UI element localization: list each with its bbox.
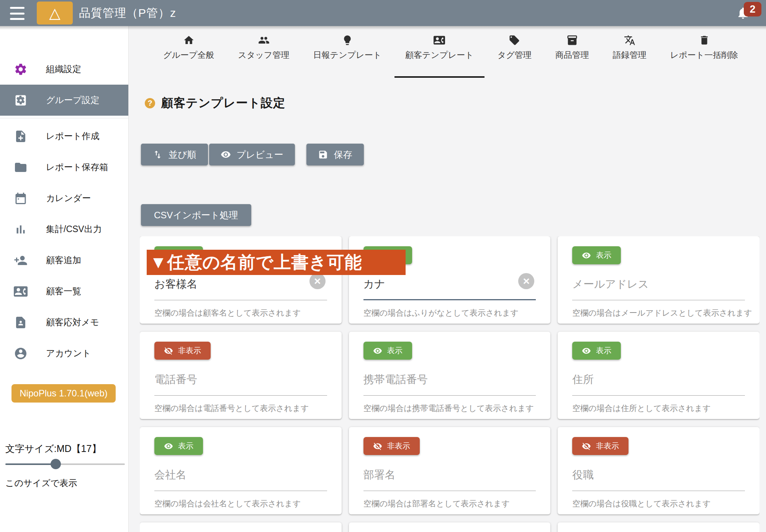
tab-label: 語録管理 bbox=[613, 49, 647, 61]
sidebar-item-label: グループ設定 bbox=[46, 94, 100, 106]
toolbar-button-2[interactable]: 保存 bbox=[306, 144, 364, 165]
visibility-toggle-button[interactable]: 表示 bbox=[572, 342, 621, 360]
contacts-icon bbox=[14, 285, 28, 298]
field-name-input[interactable]: 役職 bbox=[572, 468, 717, 482]
field-helper-text: 空欄の場合はメールアドレスとして表示されます bbox=[572, 308, 752, 318]
visibility-label: 表示 bbox=[596, 250, 611, 260]
sidebar-item-6[interactable]: 顧客追加 bbox=[0, 245, 128, 276]
calendar-icon bbox=[14, 192, 28, 205]
tab-6[interactable]: 語録管理 bbox=[602, 26, 657, 78]
field-helper-text: 空欄の場合は部署名として表示されます bbox=[363, 498, 543, 509]
app-root: △ 品質管理（P管）z 2 組織設定グループ設定レポート作成レポート保存箱カレン… bbox=[0, 0, 766, 532]
clear-icon[interactable]: × bbox=[518, 273, 534, 289]
customer-field-card-7: 非表示部署名空欄の場合は部署名として表示されます bbox=[349, 427, 551, 514]
sidebar-item-7[interactable]: 顧客一覧 bbox=[0, 276, 128, 307]
field-helper-text: 空欄の場合は会社名として表示されます bbox=[154, 498, 334, 509]
sidebar-item-label: 組織設定 bbox=[46, 63, 81, 75]
settings-tab-bar: グループ全般スタッフ管理日報テンプレート顧客テンプレートタグ管理商品管理語録管理… bbox=[129, 26, 766, 78]
input-underline bbox=[363, 395, 536, 396]
save-icon bbox=[318, 149, 328, 160]
sidebar-item-5[interactable]: 集計/CSV出力 bbox=[0, 214, 128, 245]
customer-field-card-8: 非表示役職空欄の場合は役職として表示されます bbox=[558, 427, 759, 514]
tab-label: 顧客テンプレート bbox=[405, 49, 474, 61]
tab-label: グループ全般 bbox=[163, 49, 214, 61]
field-name-input[interactable]: 電話番号 bbox=[154, 372, 300, 387]
visibility-toggle-button[interactable]: 非表示 bbox=[572, 437, 629, 455]
app-header: △ 品質管理（P管）z 2 bbox=[0, 0, 766, 26]
visibility-toggle-button[interactable]: 表示 bbox=[363, 342, 412, 360]
slider-thumb[interactable] bbox=[51, 459, 61, 469]
sidebar-item-9[interactable]: アカウント bbox=[0, 338, 128, 369]
visibility-toggle-button[interactable]: 表示 bbox=[572, 246, 621, 264]
tab-label: タグ管理 bbox=[498, 49, 532, 61]
tab-2[interactable]: 日報テンプレート bbox=[303, 26, 393, 78]
toolbar-button-0[interactable]: 並び順 bbox=[141, 144, 208, 165]
tag-icon bbox=[509, 34, 520, 46]
overwrite-note-banner: ▼任意の名前で上書き可能 bbox=[147, 250, 406, 275]
visibility-toggle-button[interactable]: 表示 bbox=[154, 437, 203, 455]
font-size-note: このサイズで表示 bbox=[5, 477, 77, 489]
memo-icon bbox=[14, 316, 28, 329]
tab-label: スタッフ管理 bbox=[238, 49, 290, 61]
input-underline bbox=[572, 491, 745, 491]
sidebar-item-3[interactable]: レポート保存箱 bbox=[0, 152, 128, 183]
sidebar-item-label: カレンダー bbox=[46, 192, 91, 204]
sidebar-item-4[interactable]: カレンダー bbox=[0, 183, 128, 214]
sidebar-item-label: アカウント bbox=[46, 347, 91, 359]
page-title: 顧客テンプレート設定 bbox=[161, 95, 285, 111]
sidebar-item-2[interactable]: レポート作成 bbox=[0, 121, 128, 152]
memo-icon bbox=[14, 316, 28, 329]
input-underline bbox=[572, 395, 745, 396]
tab-0[interactable]: グループ全般 bbox=[152, 26, 225, 78]
field-name-input[interactable]: 携帯電話番号 bbox=[363, 372, 509, 387]
field-name-input[interactable]: 部署名 bbox=[363, 468, 509, 482]
calendar-icon bbox=[14, 192, 28, 205]
visibility-toggle-button[interactable]: 非表示 bbox=[363, 437, 420, 455]
notification-count-badge: 2 bbox=[744, 2, 761, 16]
app-title: 品質管理（P管）z bbox=[79, 0, 176, 26]
section-header: ? 顧客テンプレート設定 bbox=[145, 95, 285, 111]
font-size-slider[interactable] bbox=[5, 459, 125, 469]
clear-icon[interactable]: × bbox=[309, 273, 326, 289]
visibility-label: 非表示 bbox=[387, 441, 410, 451]
field-name-input[interactable]: メールアドレス bbox=[572, 277, 717, 291]
field-name-input[interactable]: 住所 bbox=[572, 372, 717, 387]
account-icon bbox=[14, 347, 28, 360]
eye-icon bbox=[582, 251, 591, 260]
sidebar-item-8[interactable]: 顧客応対メモ bbox=[0, 307, 128, 338]
input-underline bbox=[363, 491, 536, 491]
swap-vert-icon bbox=[152, 149, 163, 160]
csv-import-button[interactable]: CSVインポート処理 bbox=[141, 204, 251, 226]
help-icon[interactable]: ? bbox=[145, 98, 155, 108]
sidebar-item-label: レポート保存箱 bbox=[46, 161, 108, 173]
eye-icon bbox=[582, 346, 591, 355]
visibility-toggle-button[interactable]: 非表示 bbox=[154, 342, 211, 360]
tab-label: 商品管理 bbox=[555, 49, 589, 61]
sidebar-divider bbox=[0, 118, 128, 118]
sidebar-item-0[interactable]: 組織設定 bbox=[0, 54, 128, 85]
tab-7[interactable]: レポート一括削除 bbox=[660, 26, 749, 78]
field-helper-text: 空欄の場合は電話番号として表示されます bbox=[154, 403, 334, 414]
field-name-input[interactable]: お客様名 bbox=[154, 277, 300, 291]
trash-icon bbox=[699, 34, 710, 46]
tab-4[interactable]: タグ管理 bbox=[487, 26, 542, 78]
app-logo[interactable]: △ bbox=[37, 2, 73, 25]
field-helper-text: 空欄の場合は役職として表示されます bbox=[572, 498, 752, 509]
sidebar-item-label: 顧客応対メモ bbox=[46, 316, 99, 328]
tab-5[interactable]: 商品管理 bbox=[545, 26, 600, 78]
contacts-icon bbox=[14, 285, 28, 298]
tab-label: 日報テンプレート bbox=[313, 49, 382, 61]
sidebar-item-1[interactable]: グループ設定 bbox=[0, 85, 128, 116]
visibility-label: 非表示 bbox=[178, 345, 201, 356]
tab-3[interactable]: 顧客テンプレート bbox=[394, 26, 484, 78]
visibility-label: 非表示 bbox=[596, 441, 619, 451]
slider-fill bbox=[5, 463, 56, 465]
hamburger-menu-icon[interactable] bbox=[10, 7, 25, 20]
tab-1[interactable]: スタッフ管理 bbox=[228, 26, 300, 78]
field-name-input[interactable]: 会社名 bbox=[154, 468, 300, 482]
toolbar-button-1[interactable]: プレビュー bbox=[209, 144, 295, 165]
account-icon bbox=[14, 347, 28, 360]
version-badge[interactable]: NipoPlus 1.70.1(web) bbox=[11, 384, 116, 403]
field-name-input[interactable]: カナ bbox=[363, 277, 509, 291]
tab-label: レポート一括削除 bbox=[670, 49, 738, 61]
